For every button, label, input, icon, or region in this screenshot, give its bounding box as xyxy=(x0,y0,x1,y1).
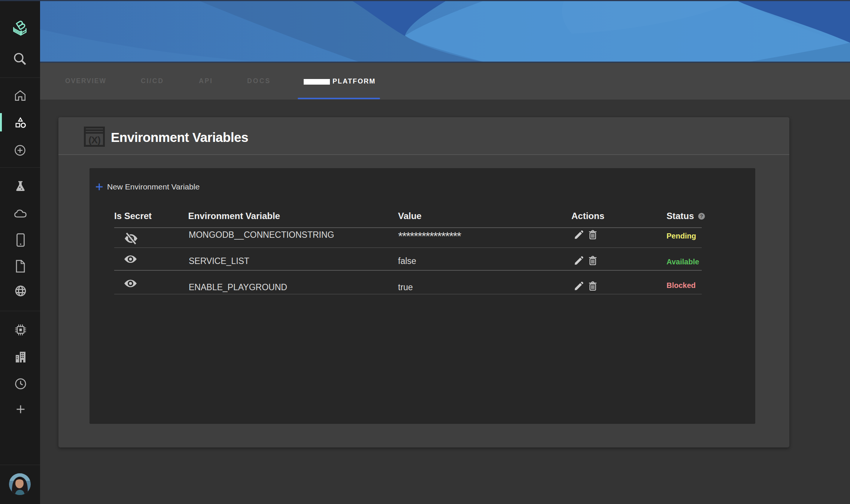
svg-text:?: ? xyxy=(700,213,703,219)
svg-text:(X): (X) xyxy=(88,134,100,146)
